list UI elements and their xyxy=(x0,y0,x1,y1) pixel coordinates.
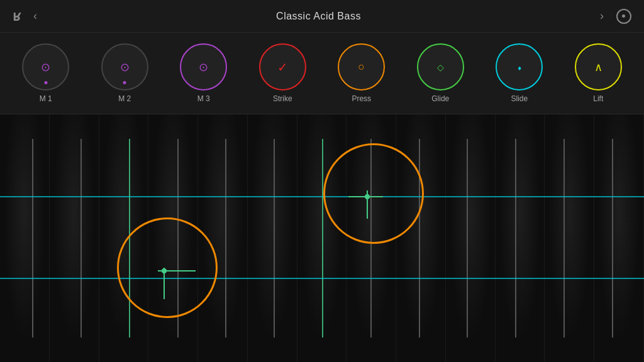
knob-strike[interactable]: ✓ xyxy=(259,43,306,90)
knob-container-lift: ∧Lift xyxy=(575,43,622,103)
knob-label-strike: Strike xyxy=(273,94,292,103)
slider-line xyxy=(419,139,420,337)
touch-circle-2 xyxy=(323,143,424,244)
slider-line xyxy=(515,139,516,337)
knob-icon-slide: ⬧ xyxy=(517,62,522,72)
piano-key[interactable] xyxy=(0,114,50,362)
roli-logo-icon[interactable]: ᴚ xyxy=(13,8,21,25)
piano-key[interactable] xyxy=(248,114,297,362)
knob-label-slide: Slide xyxy=(511,94,528,103)
slider-line xyxy=(612,139,613,337)
piano-key[interactable] xyxy=(50,114,99,362)
knob-m1[interactable]: ⊙ xyxy=(22,43,69,90)
top-bar-left: ᴚ ‹ xyxy=(13,8,37,25)
knob-dot-m2 xyxy=(123,81,126,84)
knob-icon-lift: ∧ xyxy=(594,60,602,74)
horizontal-guide-top xyxy=(0,196,644,197)
knob-press[interactable]: ○ xyxy=(338,43,385,90)
knob-lift[interactable]: ∧ xyxy=(575,43,622,90)
knob-label-m2: M 2 xyxy=(118,94,131,103)
knob-m3[interactable]: ⊙ xyxy=(180,43,227,90)
piano-key[interactable] xyxy=(446,114,496,362)
knob-label-press: Press xyxy=(352,94,371,103)
knob-container-glide: ◇Glide xyxy=(417,43,464,103)
knob-glide[interactable]: ◇ xyxy=(417,43,464,90)
piano-key[interactable] xyxy=(545,114,594,362)
top-bar: ᴚ ‹ Classic Acid Bass › xyxy=(0,0,644,33)
nav-forward-button[interactable]: › xyxy=(600,9,604,23)
knob-icon-glide: ◇ xyxy=(437,62,444,72)
knob-container-slide: ⬧Slide xyxy=(496,43,543,103)
touch-circle-1 xyxy=(117,217,218,318)
slider-line xyxy=(32,139,33,337)
slider-line xyxy=(274,139,275,337)
knob-container-m3: ⊙M 3 xyxy=(180,43,227,103)
knob-label-m3: M 3 xyxy=(197,94,210,103)
piano-key[interactable] xyxy=(396,114,446,362)
knob-icon-strike: ✓ xyxy=(277,60,288,75)
knob-m2[interactable]: ⊙ xyxy=(101,43,148,90)
slider-line xyxy=(225,139,226,337)
knob-slide[interactable]: ⬧ xyxy=(496,43,543,90)
knob-label-glide: Glide xyxy=(431,94,449,103)
play-area[interactable] xyxy=(0,114,644,362)
knobs-area: ⊙M 1⊙M 2⊙M 3✓Strike○Press◇Glide⬧Slide∧Li… xyxy=(0,33,644,114)
horizontal-guide-bottom xyxy=(0,278,644,279)
settings-dot-icon xyxy=(622,14,625,18)
slider-line xyxy=(80,139,82,337)
knob-container-m1: ⊙M 1 xyxy=(22,43,69,103)
knob-icon-m2: ⊙ xyxy=(120,60,130,74)
slider-line xyxy=(322,139,323,337)
slider-line xyxy=(564,139,565,337)
knob-container-m2: ⊙M 2 xyxy=(101,43,148,103)
knob-label-lift: Lift xyxy=(593,94,603,103)
top-bar-right: › xyxy=(600,9,631,24)
knob-dot-m1 xyxy=(44,81,47,84)
knob-container-strike: ✓Strike xyxy=(259,43,306,103)
knob-icon-m1: ⊙ xyxy=(41,60,50,74)
preset-title: Classic Acid Bass xyxy=(276,11,361,22)
knob-container-press: ○Press xyxy=(338,43,385,103)
piano-key[interactable] xyxy=(496,114,545,362)
knob-icon-press: ○ xyxy=(358,60,365,74)
knob-label-m1: M 1 xyxy=(40,94,52,103)
nav-back-button[interactable]: ‹ xyxy=(33,9,37,23)
piano-key[interactable] xyxy=(594,114,644,362)
settings-button[interactable] xyxy=(616,9,631,24)
slider-line xyxy=(467,139,468,337)
knob-icon-m3: ⊙ xyxy=(199,60,208,74)
